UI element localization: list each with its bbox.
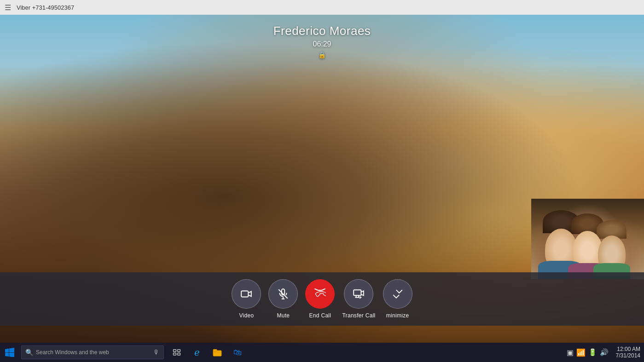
svg-rect-0 (242, 291, 249, 297)
app-title: Viber +731-49502367 (17, 4, 74, 11)
microphone-icon[interactable]: 🎙 (153, 349, 160, 356)
search-placeholder: Search Windows and the web (36, 349, 151, 356)
task-view-button[interactable] (168, 343, 186, 362)
title-bar: ☰ Viber +731-49502367 (0, 0, 644, 15)
minimize-btn-circle[interactable] (383, 279, 412, 309)
store-button[interactable]: 🛍 (228, 343, 247, 362)
action-center-icon[interactable]: ▣ (567, 348, 574, 357)
windows-logo-icon (5, 348, 14, 357)
taskbar-icons: ℯ 🛍 (168, 343, 247, 362)
clock-area[interactable]: 12:00 AM 7/31/2014 (616, 346, 640, 359)
minimize-button[interactable]: minimize (383, 279, 412, 319)
transfer-btn-circle[interactable] (344, 279, 373, 309)
edge-icon: ℯ (194, 347, 200, 358)
self-view-bg (531, 199, 644, 279)
caller-info: Frederico Moraes 06:29 🔒 (273, 24, 371, 58)
system-tray: ▣ 📶 🔋 🔊 12:00 AM 7/31/2014 (563, 343, 644, 362)
call-area: Frederico Moraes 06:29 🔒 Vi (0, 15, 644, 345)
end-call-icon (314, 288, 326, 300)
search-icon: 🔍 (25, 349, 33, 356)
mute-btn-circle[interactable] (268, 279, 298, 309)
svg-rect-10 (178, 350, 180, 352)
store-icon: 🛍 (233, 348, 242, 357)
call-duration: 06:29 (273, 40, 371, 48)
taskbar: 🔍 Search Windows and the web 🎙 ℯ 🛍 (0, 343, 644, 362)
svg-rect-12 (178, 353, 180, 356)
self-view-thumbnail[interactable] (531, 199, 644, 279)
minimize-icon (392, 288, 404, 300)
edge-button[interactable]: ℯ (188, 343, 206, 362)
svg-rect-9 (174, 350, 176, 352)
video-icon (240, 288, 252, 300)
transfer-call-button[interactable]: Transfer Call (342, 279, 375, 319)
transfer-call-icon (353, 288, 365, 300)
svg-rect-11 (174, 353, 176, 356)
wifi-icon[interactable]: 📶 (576, 348, 586, 357)
end-call-button[interactable]: End Call (305, 279, 335, 319)
tray-icons: ▣ 📶 🔋 🔊 (567, 348, 609, 357)
hamburger-icon[interactable]: ☰ (5, 3, 11, 12)
explorer-button[interactable] (208, 343, 226, 362)
svg-rect-5 (354, 290, 361, 295)
caller-name: Frederico Moraes (273, 24, 371, 38)
lock-icon: 🔒 (273, 51, 371, 58)
task-view-icon (173, 348, 181, 356)
clock-date: 7/31/2014 (616, 352, 640, 359)
mute-label: Mute (277, 312, 290, 319)
volume-icon[interactable]: 🔊 (600, 348, 609, 356)
control-bar: Video Mute End (0, 272, 644, 326)
svg-rect-14 (213, 349, 217, 351)
clock-time: 12:00 AM (617, 346, 640, 352)
mute-button[interactable]: Mute (268, 279, 298, 319)
transfer-call-label: Transfer Call (342, 312, 375, 319)
minimize-label: minimize (386, 312, 409, 319)
end-call-btn-circle[interactable] (305, 279, 335, 309)
video-btn-circle[interactable] (232, 279, 261, 309)
mute-icon (277, 288, 289, 300)
start-button[interactable] (0, 343, 19, 362)
video-label: Video (239, 312, 254, 319)
battery-icon[interactable]: 🔋 (588, 348, 597, 356)
video-button[interactable]: Video (232, 279, 261, 319)
explorer-icon (213, 348, 222, 356)
search-bar[interactable]: 🔍 Search Windows and the web 🎙 (21, 345, 164, 359)
end-call-label: End Call (309, 312, 331, 319)
